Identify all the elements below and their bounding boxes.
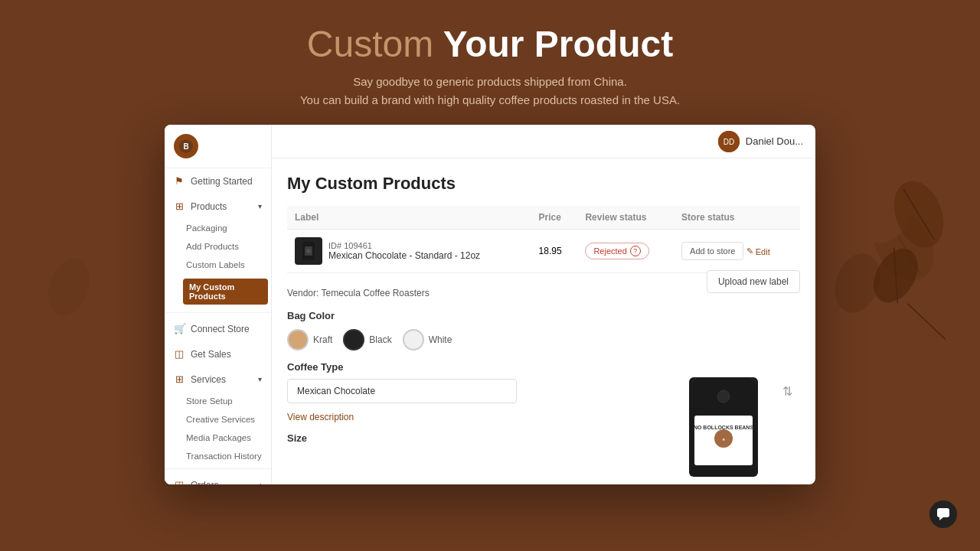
bag-svg: NO BOLLOCKS BEANS ★ bbox=[678, 362, 769, 484]
svg-rect-20 bbox=[937, 508, 949, 517]
product-thumbnail bbox=[295, 237, 322, 265]
product-price: 18.95 bbox=[531, 230, 578, 273]
sidebar-logo: B bbox=[165, 125, 271, 168]
col-review-status: Review status bbox=[577, 206, 674, 230]
avatar: DD bbox=[718, 131, 740, 152]
chevron-down-icon: ▾ bbox=[258, 202, 262, 210]
svg-point-3 bbox=[859, 193, 917, 251]
sidebar-item-services-label: Services bbox=[191, 374, 226, 385]
svg-text:B: B bbox=[183, 142, 188, 151]
product-name: Mexican Chocolate - Standard - 12oz bbox=[328, 250, 480, 261]
color-black[interactable]: Black bbox=[343, 329, 391, 350]
black-swatch bbox=[343, 329, 364, 350]
svg-point-2 bbox=[827, 247, 888, 319]
help-icon[interactable]: ? bbox=[630, 246, 641, 256]
sidebar: B ⚑ Getting Started ⊞ Products ▾ Packagi… bbox=[165, 125, 272, 484]
top-bar: DD Daniel Dou... bbox=[272, 125, 815, 158]
orders-chevron-icon: › bbox=[260, 481, 262, 484]
col-store-status: Store status bbox=[674, 206, 800, 230]
sidebar-item-getting-started-label: Getting Started bbox=[191, 176, 253, 187]
color-white[interactable]: White bbox=[403, 329, 452, 350]
white-label: White bbox=[429, 334, 452, 345]
svg-line-23 bbox=[903, 189, 934, 240]
active-sub-highlight[interactable]: My Custom Products bbox=[183, 279, 268, 305]
hero-section: Custom Your Product Say goodbye to gener… bbox=[0, 0, 980, 125]
product-info: ID# 109461 Mexican Chocolate - Standard … bbox=[295, 237, 524, 265]
app-window: B ⚑ Getting Started ⊞ Products ▾ Packagi… bbox=[165, 125, 815, 484]
svg-point-0 bbox=[861, 198, 934, 292]
chat-button[interactable] bbox=[929, 500, 957, 528]
hero-title-rest: Your Product bbox=[443, 24, 673, 64]
flag-icon: ⚑ bbox=[174, 175, 185, 187]
status-badge: Rejected ? bbox=[585, 243, 648, 259]
sidebar-item-connect-store-label: Connect Store bbox=[191, 324, 250, 334]
sidebar-item-get-sales-label: Get Sales bbox=[191, 349, 231, 360]
store-icon: 🛒 bbox=[174, 323, 185, 334]
col-label: Label bbox=[287, 206, 531, 230]
sidebar-sub-my-custom-products[interactable]: My Custom Products bbox=[165, 274, 271, 309]
svg-line-1 bbox=[887, 215, 921, 275]
svg-point-24 bbox=[864, 241, 926, 311]
rejected-label: Rejected bbox=[593, 246, 626, 256]
hero-subtitle-2: You can build a brand with high quality … bbox=[0, 91, 980, 109]
services-icon: ⊞ bbox=[174, 373, 185, 385]
svg-point-19 bbox=[717, 390, 730, 403]
svg-line-25 bbox=[871, 248, 921, 303]
bag-color-options: Kraft Black White bbox=[287, 329, 800, 350]
view-description-link[interactable]: View description bbox=[287, 412, 354, 422]
user-name: Daniel Dou... bbox=[746, 135, 803, 147]
services-chevron-icon: ▾ bbox=[258, 375, 262, 383]
sidebar-sub-packaging[interactable]: Packaging bbox=[165, 219, 271, 237]
kraft-swatch bbox=[287, 329, 309, 350]
right-bean-decoration bbox=[835, 153, 957, 367]
sidebar-item-orders[interactable]: ◫ Orders › bbox=[165, 472, 271, 484]
col-price: Price bbox=[531, 206, 578, 230]
sidebar-item-products-label: Products bbox=[191, 201, 227, 212]
sidebar-item-orders-label: Orders bbox=[191, 480, 219, 485]
sidebar-item-services[interactable]: ⊞ Services ▾ bbox=[165, 367, 271, 392]
svg-line-27 bbox=[908, 298, 946, 344]
black-label: Black bbox=[369, 334, 391, 345]
bag-color-label: Bag Color bbox=[287, 310, 800, 321]
sidebar-item-getting-started[interactable]: ⚑ Getting Started bbox=[165, 168, 271, 194]
svg-point-4 bbox=[41, 253, 97, 321]
vendor-info: Vendor: Temecula Coffee Roasters bbox=[287, 288, 430, 298]
sidebar-item-products[interactable]: ⊞ Products ▾ bbox=[165, 194, 271, 219]
sidebar-item-connect-store[interactable]: 🛒 Connect Store bbox=[165, 316, 271, 341]
kraft-label: Kraft bbox=[313, 334, 332, 345]
orders-icon: ◫ bbox=[174, 479, 185, 484]
coffee-type-select[interactable]: Mexican Chocolate bbox=[287, 379, 517, 403]
hero-title-custom: Custom bbox=[307, 24, 433, 64]
edit-button[interactable]: ✎ Edit bbox=[746, 246, 770, 256]
svg-point-26 bbox=[906, 294, 948, 350]
hero-title: Custom Your Product bbox=[0, 23, 980, 65]
logo-icon: B bbox=[174, 134, 198, 158]
vendor-upload-row: Vendor: Temecula Coffee Roasters Upload … bbox=[287, 285, 800, 299]
bag-color-section: Bag Color Kraft Black White bbox=[287, 310, 800, 350]
sidebar-sub-add-products[interactable]: Add Products bbox=[165, 237, 271, 256]
sidebar-sub-creative-services[interactable]: Creative Services bbox=[165, 410, 271, 429]
page-title: My Custom Products bbox=[287, 174, 800, 194]
sidebar-sub-transaction-history[interactable]: Transaction History bbox=[165, 447, 271, 465]
sidebar-sub-media-packages[interactable]: Media Packages bbox=[165, 429, 271, 447]
svg-point-11 bbox=[306, 249, 311, 253]
select-arrow-icon: ⇅ bbox=[782, 384, 792, 399]
svg-marker-21 bbox=[939, 517, 943, 520]
table-row: ID# 109461 Mexican Chocolate - Standard … bbox=[287, 230, 800, 273]
sidebar-sub-store-setup[interactable]: Store Setup bbox=[165, 392, 271, 410]
sidebar-item-get-sales[interactable]: ◫ Get Sales bbox=[165, 341, 271, 367]
svg-point-22 bbox=[885, 174, 952, 254]
edit-icon: ✎ bbox=[746, 246, 753, 256]
add-to-store-button[interactable]: Add to store bbox=[681, 242, 743, 260]
product-id: ID# 109461 bbox=[328, 241, 480, 250]
hero-subtitle-1: Say goodbye to generic products shipped … bbox=[0, 73, 980, 91]
sidebar-sub-custom-labels[interactable]: Custom Labels bbox=[165, 256, 271, 274]
svg-text:NO BOLLOCKS BEANS: NO BOLLOCKS BEANS bbox=[694, 425, 754, 430]
sales-icon: ◫ bbox=[174, 348, 185, 360]
grid-icon: ⊞ bbox=[174, 201, 185, 212]
color-kraft[interactable]: Kraft bbox=[287, 329, 332, 350]
products-table: Label Price Review status Store status bbox=[287, 206, 800, 273]
white-swatch bbox=[403, 329, 424, 350]
svg-text:DD: DD bbox=[724, 138, 734, 146]
upload-label-button[interactable]: Upload new label bbox=[707, 270, 800, 293]
